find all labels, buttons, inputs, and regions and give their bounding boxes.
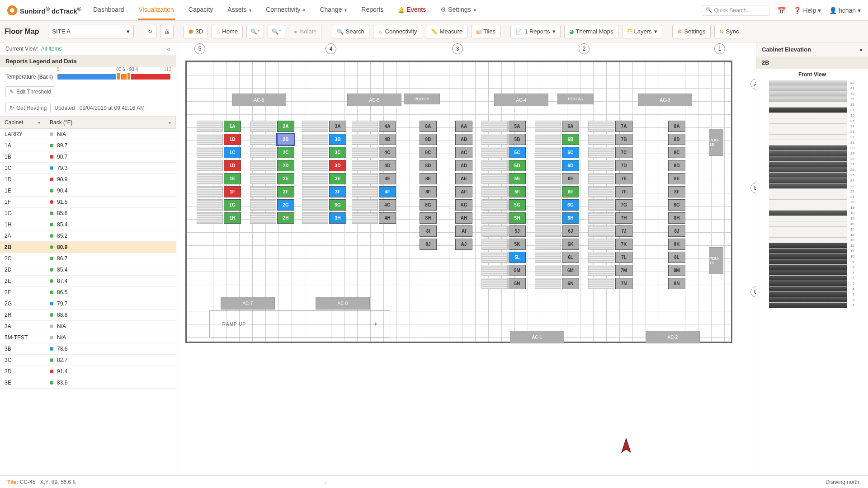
- cabinet[interactable]: 7F: [615, 186, 632, 197]
- cabinet[interactable]: 4F: [379, 186, 396, 197]
- rack-unit[interactable]: [769, 129, 847, 135]
- cabinet[interactable]: 7L: [615, 252, 632, 263]
- rack-unit[interactable]: [769, 156, 847, 162]
- cabinet[interactable]: 8F: [420, 186, 437, 197]
- cabinet[interactable]: 8B: [420, 134, 437, 145]
- cabinet[interactable]: 7K: [615, 239, 632, 250]
- cabinet[interactable]: 8H: [668, 212, 685, 224]
- rack-unit[interactable]: [769, 227, 847, 232]
- rack-unit[interactable]: [769, 249, 847, 254]
- settings-button[interactable]: ⚙Settings: [672, 25, 711, 38]
- cabinet[interactable]: 5H: [509, 212, 526, 224]
- ac-unit[interactable]: AC-7: [221, 297, 275, 310]
- rack-unit[interactable]: [769, 221, 847, 227]
- cabinet[interactable]: 1D: [224, 160, 241, 171]
- cabinet[interactable]: 3H: [329, 212, 346, 224]
- pdu-unit[interactable]: PDU-2A: [404, 94, 440, 104]
- refresh-button[interactable]: ↻: [144, 25, 156, 38]
- layers-button[interactable]: ☶Layers ▾: [622, 25, 662, 38]
- rack-unit[interactable]: [769, 140, 847, 145]
- cabinet[interactable]: 4D: [379, 160, 396, 171]
- collapse-icon[interactable]: «: [167, 45, 170, 52]
- search-button[interactable]: 🔍Search: [332, 25, 369, 38]
- table-row[interactable]: 2H88.8: [0, 310, 176, 321]
- rack-unit[interactable]: [769, 102, 847, 108]
- measure-button[interactable]: 📏Measure: [426, 25, 468, 38]
- cabinet[interactable]: 6B: [562, 134, 579, 145]
- table-row[interactable]: 2C86.7: [0, 253, 176, 264]
- rack-unit[interactable]: [769, 178, 847, 183]
- cabinet[interactable]: 6F: [562, 186, 579, 197]
- 3d-button[interactable]: ⬢3D: [184, 25, 208, 38]
- cabinet[interactable]: 8D: [420, 160, 437, 171]
- nav-visualization[interactable]: Visualization: [138, 0, 175, 20]
- sync-button[interactable]: ↻Sync: [714, 25, 744, 38]
- cabinet[interactable]: AG: [455, 199, 472, 211]
- cabinet[interactable]: 8H: [420, 212, 437, 224]
- table-row[interactable]: 2B80.9: [0, 242, 176, 253]
- cabinet[interactable]: 8L: [668, 252, 685, 263]
- table-row[interactable]: 1F91.5: [0, 197, 176, 208]
- cabinet[interactable]: 8D: [668, 160, 685, 171]
- cabinet[interactable]: 8B: [668, 134, 685, 145]
- cabinet[interactable]: 5A: [509, 121, 526, 132]
- cabinet[interactable]: 6L: [562, 252, 579, 263]
- cabinet[interactable]: 3E: [329, 173, 346, 184]
- cabinet[interactable]: 3G: [329, 199, 346, 211]
- cabinet[interactable]: 1H: [224, 212, 241, 224]
- rack-unit[interactable]: [769, 281, 847, 286]
- cabinet[interactable]: 7A: [615, 121, 632, 132]
- rack-unit[interactable]: [769, 216, 847, 221]
- cabinet[interactable]: AH: [455, 212, 472, 224]
- cabinet[interactable]: 8J: [420, 239, 437, 250]
- table-row[interactable]: 3B78.6: [0, 343, 176, 355]
- table-row[interactable]: 2G79.7: [0, 298, 176, 310]
- expand-icon[interactable]: »: [859, 46, 863, 53]
- nav-reports[interactable]: Reports: [360, 0, 384, 20]
- rack-unit[interactable]: [769, 205, 847, 211]
- cabinet[interactable]: 6J: [562, 225, 579, 237]
- cabinet[interactable]: 4C: [379, 147, 396, 158]
- ac-unit[interactable]: AC-6: [232, 94, 286, 106]
- cabinet[interactable]: 2G: [277, 199, 294, 211]
- table-row[interactable]: 2D85.4: [0, 264, 176, 276]
- pdu-unit[interactable]: PDU-3A: [557, 94, 594, 104]
- cabinet[interactable]: 2C: [277, 147, 294, 158]
- cabinet[interactable]: 6C: [562, 147, 579, 158]
- current-view-value[interactable]: All Items: [41, 46, 62, 52]
- cabinet[interactable]: 5D: [509, 160, 526, 171]
- rack-unit[interactable]: [769, 243, 847, 249]
- rack-unit[interactable]: [769, 303, 847, 308]
- ac-unit[interactable]: AC-1: [510, 331, 564, 343]
- cabinet[interactable]: 2D: [277, 160, 294, 171]
- cabinet[interactable]: 7M: [615, 265, 632, 276]
- rack-elevation[interactable]: 4241403938373635343332313029282726252423…: [756, 80, 868, 314]
- cabinet[interactable]: 8C: [668, 147, 685, 158]
- nav-assets[interactable]: Assets ▾: [226, 0, 252, 20]
- table-row[interactable]: 2F86.5: [0, 287, 176, 298]
- ac-unit[interactable]: AC-2: [646, 331, 700, 343]
- rack-unit[interactable]: [769, 91, 847, 97]
- cabinet[interactable]: 8I: [420, 225, 437, 237]
- nav-events[interactable]: Events: [397, 0, 427, 20]
- rack-unit[interactable]: [769, 211, 847, 216]
- cabinet[interactable]: AC: [455, 147, 472, 158]
- cabinet[interactable]: 2F: [277, 186, 294, 197]
- col-back-temp[interactable]: Back (°F)▾: [45, 117, 176, 128]
- nav-connectivity[interactable]: Connectivity ▾: [265, 0, 306, 20]
- table-row[interactable]: LARRYN/A: [0, 129, 176, 140]
- rack-unit[interactable]: [769, 151, 847, 156]
- ac-unit[interactable]: AC-3: [638, 94, 692, 106]
- rack-unit[interactable]: [769, 173, 847, 178]
- help-menu[interactable]: ❓ Help ▾: [793, 7, 821, 14]
- home-button[interactable]: ⌂Home: [212, 25, 243, 38]
- zoom-out-button[interactable]: 🔍⁻: [268, 25, 285, 38]
- get-reading-button[interactable]: ↻ Get Reading: [5, 103, 51, 113]
- cabinet[interactable]: 5M: [509, 265, 526, 276]
- nav-settings[interactable]: ⚙ Settings ▾: [439, 0, 476, 20]
- rack-unit[interactable]: [769, 108, 847, 113]
- rack-unit[interactable]: [769, 183, 847, 189]
- rack-unit[interactable]: [769, 113, 847, 118]
- rack-unit[interactable]: [769, 286, 847, 292]
- cabinet[interactable]: 6E: [562, 173, 579, 184]
